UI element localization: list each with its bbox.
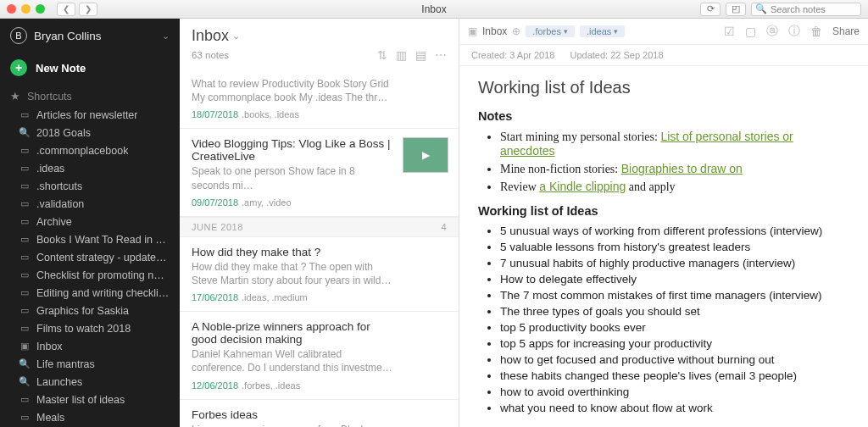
close-window[interactable]	[7, 4, 16, 14]
note-meta: Created: 3 Apr 2018 Updated: 22 Sep 2018	[459, 45, 868, 66]
sidebar-item[interactable]: ▭Articles for newsletter	[0, 106, 180, 124]
note-icon: ▭	[19, 145, 30, 156]
nb-icon: ▣	[19, 341, 30, 352]
sidebar-item[interactable]: ▭Checklist for promoting new blo…	[0, 266, 180, 284]
note-card[interactable]: What to review Productivity Book Story G…	[180, 69, 459, 129]
note-snippet: Linear progression vs norm from Black Sw…	[192, 423, 447, 428]
reminder-icon[interactable]: ☑	[724, 25, 735, 38]
note-date: 12/06/2018	[192, 380, 238, 391]
sidebar-item-label: .shortcuts	[36, 180, 82, 192]
note-icon: ▭	[19, 109, 30, 120]
list-title: Inbox	[192, 27, 229, 45]
note-icon: ▭	[19, 269, 30, 280]
note-count: 63 notes	[192, 50, 229, 60]
note-link[interactable]: List of personal stories or anecdotes	[500, 130, 793, 158]
trash-icon[interactable]: 🗑	[810, 25, 822, 38]
sidebar-item[interactable]: 🔍Launches	[0, 373, 180, 391]
share-button[interactable]: Share	[832, 25, 860, 37]
card-view-icon[interactable]: ▤	[415, 48, 426, 62]
account-switcher[interactable]: B Bryan Collins ⌄	[0, 19, 180, 53]
sidebar-item-label: Meals	[36, 412, 64, 424]
notebook-icon: ▣	[468, 25, 477, 37]
present-icon[interactable]: ▢	[745, 25, 756, 38]
note-icon: ▭	[19, 394, 30, 405]
sidebar-item[interactable]: ▭Master list of ideas	[0, 391, 180, 408]
search-icon: 🔍	[19, 127, 30, 138]
note-icon: ▭	[19, 234, 30, 245]
note-tags: .books, .ideas	[242, 109, 299, 119]
sidebar-item[interactable]: ▭Films to watch 2018	[0, 319, 180, 337]
star-icon: ★	[10, 90, 20, 103]
minimize-window[interactable]	[21, 4, 31, 14]
sidebar-item[interactable]: 🔍Life mantras	[0, 355, 180, 373]
sidebar-item[interactable]: ▭.commonplacebook	[0, 141, 180, 159]
sidebar-item-label: Life mantras	[36, 358, 95, 370]
note-link[interactable]: a Kindle clipping	[539, 180, 626, 193]
new-note-label: New Note	[36, 62, 86, 75]
sidebar-item-label: .commonplacebook	[36, 145, 128, 157]
sidebar-item[interactable]: 🔍2018 Goals	[0, 124, 180, 141]
plus-icon: +	[10, 59, 27, 76]
notes-list: Start mining my personal stories: List o…	[478, 128, 849, 196]
note-icon: ▭	[19, 305, 30, 316]
note-body[interactable]: Working list of Ideas Notes Start mining…	[459, 66, 868, 427]
sidebar-item[interactable]: ▭.shortcuts	[0, 177, 180, 195]
note-tag[interactable]: .ideas▾	[580, 25, 625, 37]
sidebar-item[interactable]: ▣Inbox	[0, 337, 180, 355]
note-title: How did they make that ?	[192, 246, 447, 258]
sidebar-item-label: Master list of ideas	[36, 394, 125, 406]
chevron-down-icon: ⌄	[162, 30, 170, 42]
sidebar-item-label: Content strategy - updated Marc…	[36, 252, 170, 263]
activity-button[interactable]: ◰	[726, 3, 746, 16]
note-card[interactable]: Video Blogging Tips: Vlog Like a Boss | …	[180, 129, 459, 216]
sidebar-item[interactable]: ▭Graphics for Saskia	[0, 302, 180, 319]
new-note-button[interactable]: + New Note	[0, 53, 180, 86]
note-title: A Noble-prize winners approach for good …	[192, 320, 447, 346]
window-controls	[7, 4, 45, 14]
column-view-icon[interactable]: ▥	[396, 48, 407, 62]
sidebar-item[interactable]: ▭Books I Want To Read in 2018	[0, 230, 180, 248]
list-header[interactable]: Inbox ⌄	[180, 19, 459, 47]
sidebar-item-label: Books I Want To Read in 2018	[36, 234, 170, 246]
note-card[interactable]: Forbes ideasLinear progression vs norm f…	[180, 400, 459, 428]
section-header: Working list of Ideas	[478, 204, 849, 218]
titlebar: ❮ ❯ Inbox ⟳ ◰ 🔍 Search notes	[0, 0, 868, 19]
sidebar-item[interactable]: ▭Archive	[0, 213, 180, 230]
sidebar-item[interactable]: ▭.ideas	[0, 159, 180, 177]
note-list[interactable]: What to review Productivity Book Story G…	[180, 69, 459, 427]
info-icon[interactable]: ⓘ	[788, 24, 800, 39]
list-item: how to get focused and productive withou…	[500, 352, 849, 368]
note-card[interactable]: A Noble-prize winners approach for good …	[180, 312, 459, 399]
list-item: Start mining my personal stories: List o…	[500, 128, 849, 160]
note-icon: ▭	[19, 163, 30, 174]
sidebar-item[interactable]: ▭Content strategy - updated Marc…	[0, 248, 180, 266]
note-icon: ▭	[19, 412, 30, 423]
note-icon: ▭	[19, 198, 30, 209]
shortcuts-header[interactable]: ★ Shortcuts	[0, 86, 180, 106]
annotate-icon[interactable]: ⓐ	[766, 24, 778, 39]
zoom-window[interactable]	[36, 4, 45, 14]
forward-button[interactable]: ❯	[79, 3, 97, 16]
note-link[interactable]: Biographies to draw on	[621, 162, 743, 175]
window-title: Inbox	[421, 3, 446, 15]
breadcrumb-notebook[interactable]: Inbox	[482, 25, 507, 37]
sidebar-item[interactable]: ▭Editing and writing checklist for…	[0, 284, 180, 302]
note-snippet: Daniel Kahneman Well calibrated conferen…	[192, 347, 447, 374]
list-item: 5 unusual ways of working from different…	[500, 223, 849, 239]
sync-button[interactable]: ⟳	[700, 3, 721, 16]
sidebar-item[interactable]: ▭Meals	[0, 408, 180, 426]
note-snippet: How did they make that ? The open with S…	[192, 260, 447, 287]
note-date: 09/07/2018	[192, 197, 238, 208]
note-card[interactable]: How did they make that ?How did they mak…	[180, 237, 459, 312]
sidebar-item[interactable]: ▭.validation	[0, 195, 180, 213]
note-title: Working list of Ideas	[478, 78, 849, 97]
sidebar-item-label: Inbox	[36, 341, 63, 352]
back-button[interactable]: ❮	[57, 3, 75, 16]
search-notes-input[interactable]: 🔍 Search notes	[751, 3, 861, 16]
note-tag[interactable]: .forbes▾	[526, 25, 575, 37]
note-thumbnail: ▶	[403, 137, 448, 173]
note-list-pane: Inbox ⌄ 63 notes ⇅ ▥ ▤ ⋯ What to review …	[180, 19, 459, 427]
note-snippet: What to review Productivity Book Story G…	[192, 77, 447, 104]
more-icon[interactable]: ⋯	[435, 48, 447, 62]
sort-icon[interactable]: ⇅	[377, 48, 387, 62]
